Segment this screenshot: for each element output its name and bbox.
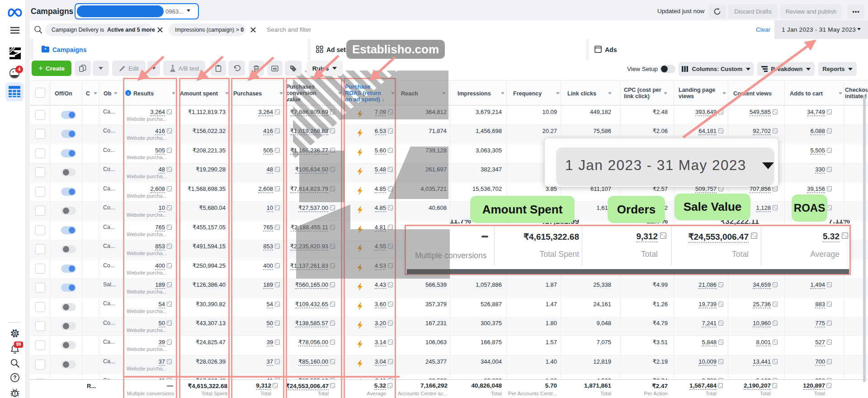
svg-text:?: ? xyxy=(13,374,16,381)
